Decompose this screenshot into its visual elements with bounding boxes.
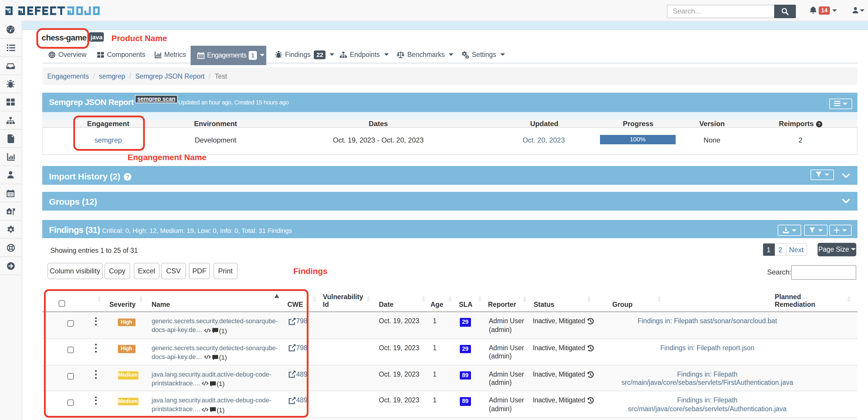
svg-text:?: ? [817, 121, 820, 126]
svg-text:?: ? [126, 174, 129, 180]
